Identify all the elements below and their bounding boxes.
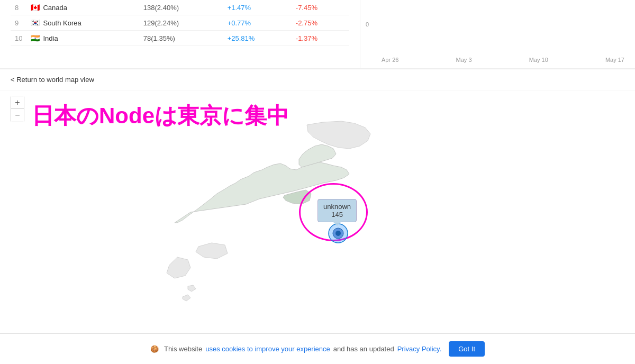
- table-row: 8 🇨🇦 Canada 138(2.40%) +1.47% -7.45%: [11, 0, 349, 15]
- count-cell: 129(2.24%): [139, 15, 223, 31]
- zoom-out-button[interactable]: −: [11, 109, 24, 122]
- table-row: 10 🇮🇳 India 78(1.35%) +25.81% -1.37%: [11, 31, 349, 46]
- chart-label-apr26: Apr 26: [382, 57, 398, 63]
- rank-cell: 8: [11, 0, 26, 15]
- country-stats-table: 8 🇨🇦 Canada 138(2.40%) +1.47% -7.45%: [11, 0, 349, 46]
- japan-map-section: + − 日本のNodeは東京に集中: [0, 90, 635, 339]
- annotation-text: 日本のNodeは東京に集中: [32, 101, 289, 131]
- zoom-controls: + −: [11, 96, 24, 122]
- change2-cell: -1.37%: [292, 31, 349, 46]
- country-cell: 🇮🇳 India: [26, 31, 139, 46]
- change2-cell: -2.75%: [292, 15, 349, 31]
- return-to-map-link[interactable]: < Return to world map view: [0, 69, 635, 90]
- country-table-section: 8 🇨🇦 Canada 138(2.40%) +1.47% -7.45%: [0, 0, 360, 51]
- tooltip-value: 145: [323, 211, 351, 219]
- tooltip-label: unknown: [323, 203, 351, 211]
- change1-cell: +0.77%: [223, 15, 292, 31]
- top-row: 8 🇨🇦 Canada 138(2.40%) +1.47% -7.45%: [0, 0, 635, 69]
- country-link[interactable]: South Korea: [43, 19, 81, 27]
- svg-point-2: [335, 231, 341, 236]
- country-link[interactable]: Canada: [43, 4, 67, 12]
- chart-zero-label: 0: [366, 5, 630, 28]
- change1-cell: +25.81%: [223, 31, 292, 46]
- chart-label-may3: May 3: [456, 57, 472, 63]
- flag-icon: 🇰🇷: [31, 19, 40, 27]
- rank-cell: 10: [11, 31, 26, 46]
- table-row: 9 🇰🇷 South Korea 129(2.24%) +0.77% -2.75…: [11, 15, 349, 31]
- country-table-col: 8 🇨🇦 Canada 138(2.40%) +1.47% -7.45%: [0, 0, 360, 68]
- zoom-in-button[interactable]: +: [11, 96, 24, 109]
- map-tooltip: unknown 145: [318, 199, 357, 222]
- cookie-bar: 🍪 This website uses cookies to improve y…: [0, 333, 635, 339]
- return-link-text: < Return to world map view: [11, 76, 94, 84]
- japan-map-svg-container: [106, 117, 423, 318]
- chart-label-may17: May 17: [605, 57, 624, 63]
- count-cell: 78(1.35%): [139, 31, 223, 46]
- chart-label-may10: May 10: [529, 57, 548, 63]
- count-cell: 138(2.40%): [139, 0, 223, 15]
- flag-icon: 🇨🇦: [31, 3, 40, 12]
- change1-cell: +1.47%: [223, 0, 292, 15]
- change2-cell: -7.45%: [292, 0, 349, 15]
- country-link[interactable]: India: [43, 34, 58, 42]
- country-cell: 🇰🇷 South Korea: [26, 15, 139, 31]
- chart-x-labels: Apr 26 May 3 May 10 May 17: [366, 28, 630, 63]
- flag-icon: 🇮🇳: [31, 34, 40, 42]
- country-cell: 🇨🇦 Canada: [26, 0, 139, 15]
- chart-col: 0 Apr 26 May 3 May 10 May 17: [360, 0, 635, 68]
- rank-cell: 9: [11, 15, 26, 31]
- japan-svg: [106, 117, 423, 318]
